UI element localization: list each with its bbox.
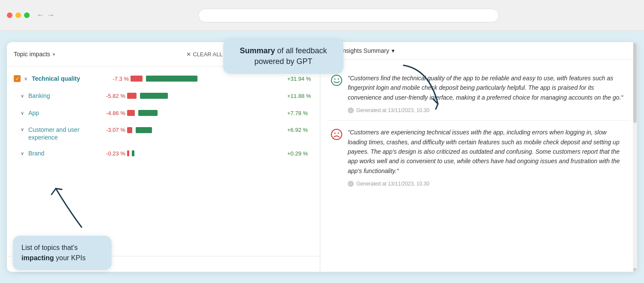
right-scrollbar-thumb-bottom — [633, 268, 637, 271]
right-scrollbar-thumb — [633, 43, 637, 123]
insight-text-negative: "Customers are experiencing technical is… — [348, 128, 627, 176]
topic-label-customer-ux: Customer and user experience — [28, 126, 97, 141]
sentiment-positive-icon — [331, 74, 343, 86]
bottom-callout-bold: impacting — [21, 254, 54, 262]
topic-impacts-chevron: ▾ — [53, 52, 55, 57]
neg-value-app: -4.86 % — [104, 110, 125, 116]
callout-bold: Summary — [240, 46, 275, 55]
insights-list: "Customers find the technical quality of… — [320, 60, 637, 272]
info-icon-positive: i — [348, 107, 354, 113]
bar-neg-app — [127, 110, 135, 116]
pos-value-app: +7.78 % — [287, 110, 313, 116]
topic-row-banking[interactable]: ∨ Banking -5.82 % +11.88 % — [7, 87, 320, 104]
nav-arrows: ← → — [36, 11, 55, 20]
topic-row-brand[interactable]: ∨ Brand -0.23 % +0.29 % — [7, 145, 320, 162]
clear-all-x-icon: ✕ — [186, 51, 191, 58]
topic-label-technical-quality: Technical quality — [32, 75, 100, 82]
neg-value-banking: -5.82 % — [104, 93, 125, 99]
right-scrollbar[interactable] — [633, 42, 637, 272]
back-arrow[interactable]: ← — [36, 11, 44, 20]
topic-label-app: App — [28, 110, 97, 116]
svg-point-4 — [334, 133, 336, 134]
bar-area-banking: -5.82 % +11.88 % — [104, 93, 313, 99]
neg-value-customer-ux: -3.07 % — [104, 127, 125, 133]
insight-text-positive: "Customers find the technical quality of… — [348, 73, 627, 102]
traffic-light-green[interactable] — [24, 12, 30, 18]
svg-point-0 — [331, 75, 342, 85]
bottom-callout-bubble: List of topics that's impacting your KPI… — [13, 236, 112, 270]
topic-checkbox-technical-quality[interactable]: ✓ — [14, 75, 21, 82]
bar-pos-app — [138, 110, 158, 116]
generated-at-negative-text: Generated at 13/11/2023, 10.30 — [356, 181, 429, 187]
expand-arrow-brand[interactable]: ∨ — [21, 151, 24, 156]
topic-impacts-label: Topic impacts — [14, 51, 50, 58]
bars-container-app — [127, 110, 286, 116]
bar-area-app: -4.86 % +7.78 % — [104, 110, 313, 116]
traffic-lights — [7, 12, 30, 18]
svg-point-1 — [334, 79, 336, 80]
topic-label-brand: Brand — [28, 150, 97, 157]
topics-list: ✓ ∨ Technical quality -7.3 % +31.94 % — [7, 67, 320, 256]
bar-pos-banking — [140, 93, 168, 99]
info-icon-negative: i — [348, 181, 354, 187]
neg-value-brand: -0.23 % — [104, 150, 125, 157]
svg-point-2 — [338, 79, 339, 80]
generated-at-positive: i Generated at 13/11/2023, 10.30 — [331, 107, 627, 113]
expand-arrow-app[interactable]: ∨ — [21, 110, 24, 116]
clear-all-label: CLEAR ALL — [193, 51, 222, 58]
traffic-light-yellow[interactable] — [15, 12, 21, 18]
topic-impacts-button[interactable]: Topic impacts ▾ — [14, 51, 55, 58]
right-panel-wrapper: GPT Insights Summary ▾ — [320, 42, 637, 272]
pos-value-customer-ux: +6.92 % — [287, 127, 313, 133]
svg-point-3 — [331, 129, 342, 140]
bar-pos-technical-quality — [146, 76, 197, 82]
bar-neg-technical-quality — [131, 76, 143, 82]
svg-point-5 — [338, 133, 339, 134]
bars-container-banking — [127, 93, 286, 99]
bar-neg-banking — [127, 93, 137, 99]
expand-arrow-banking[interactable]: ∨ — [21, 93, 24, 99]
right-panel: GPT Insights Summary ▾ — [320, 42, 637, 272]
gpt-insights-chevron: ▾ — [392, 47, 395, 54]
pos-value-banking: +11.88 % — [287, 93, 313, 99]
bar-area-customer-ux: -3.07 % +6.92 % — [104, 127, 313, 133]
insight-card-negative: "Customers are experiencing technical is… — [327, 121, 630, 194]
sentiment-negative-icon — [331, 128, 343, 140]
bar-area-brand: -0.23 % +0.29 % — [104, 150, 313, 157]
topic-row-app[interactable]: ∨ App -4.86 % +7.78 % — [7, 104, 320, 122]
bar-pos-brand — [132, 150, 134, 156]
insight-content-negative: "Customers are experiencing technical is… — [331, 128, 627, 176]
traffic-light-red[interactable] — [7, 12, 12, 18]
bars-container-customer-ux — [127, 127, 286, 133]
topic-row-customer-ux[interactable]: ∨ Customer and user experience -3.07 % +… — [7, 122, 320, 145]
clear-all-button[interactable]: ✕ CLEAR ALL — [186, 51, 222, 58]
top-callout-bubble: Summary of all feedbackpowered by GPT — [223, 39, 343, 74]
insight-card-positive: "Customers find the technical quality of… — [327, 67, 630, 121]
bottom-callout-text-after: your KPIs — [56, 254, 85, 262]
insight-content-positive: "Customers find the technical quality of… — [331, 73, 627, 102]
pos-value-brand: +0.29 % — [287, 150, 313, 157]
browser-chrome: ← → — [0, 0, 644, 31]
bar-neg-customer-ux — [127, 127, 132, 133]
forward-arrow[interactable]: → — [47, 11, 55, 20]
bottom-callout-text-before: List of topics that's — [21, 244, 78, 251]
generated-at-negative: i Generated at 13/11/2023, 10.30 — [331, 181, 627, 187]
pos-value-technical-quality: +31.94 % — [287, 76, 313, 82]
bar-neg-brand — [127, 150, 129, 156]
bar-area-technical-quality: -7.3 % +31.94 % — [107, 76, 313, 82]
generated-at-positive-text: Generated at 13/11/2023, 10.30 — [356, 107, 429, 113]
neg-value-technical-quality: -7.3 % — [107, 76, 129, 82]
expand-arrow-customer-ux[interactable]: ∨ — [21, 127, 24, 132]
bars-container-technical-quality — [131, 76, 286, 82]
bar-pos-customer-ux — [136, 127, 152, 133]
main-area: Summary of all feedbackpowered by GPT To… — [0, 31, 644, 283]
bars-container-brand — [127, 150, 286, 156]
right-toolbar: GPT Insights Summary ▾ — [320, 42, 637, 60]
check-icon: ✓ — [15, 76, 19, 82]
topic-label-banking: Banking — [28, 92, 97, 99]
address-bar[interactable] — [198, 9, 499, 22]
expand-arrow-technical-quality[interactable]: ∨ — [24, 76, 27, 82]
